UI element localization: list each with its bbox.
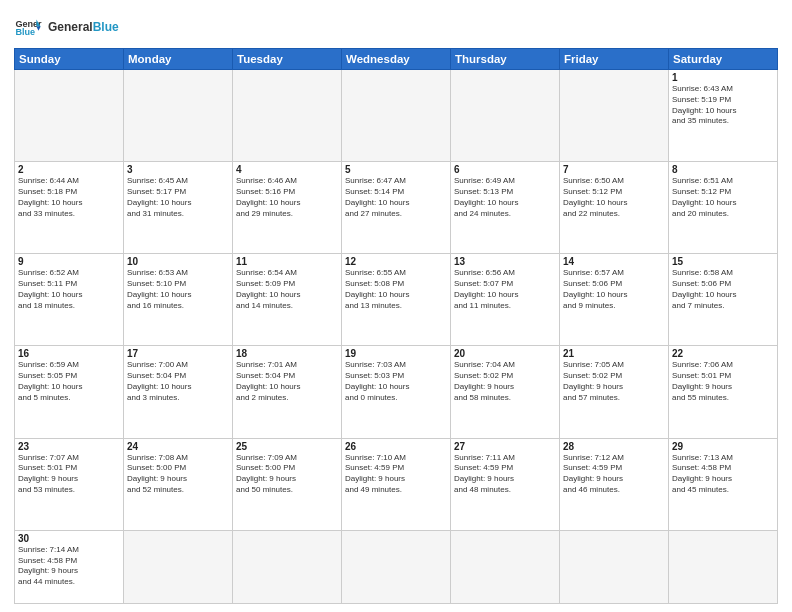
header: General Blue GeneralBlue <box>14 10 778 42</box>
day-number: 26 <box>345 441 447 452</box>
day-info: Sunrise: 6:44 AM Sunset: 5:18 PM Dayligh… <box>18 176 120 219</box>
calendar-week-row: 16Sunrise: 6:59 AM Sunset: 5:05 PM Dayli… <box>15 346 778 438</box>
calendar-cell <box>560 70 669 162</box>
calendar-cell: 11Sunrise: 6:54 AM Sunset: 5:09 PM Dayli… <box>233 254 342 346</box>
day-info: Sunrise: 6:46 AM Sunset: 5:16 PM Dayligh… <box>236 176 338 219</box>
day-info: Sunrise: 6:49 AM Sunset: 5:13 PM Dayligh… <box>454 176 556 219</box>
calendar-cell: 1Sunrise: 6:43 AM Sunset: 5:19 PM Daylig… <box>669 70 778 162</box>
day-number: 1 <box>672 72 774 83</box>
day-number: 25 <box>236 441 338 452</box>
weekday-header-sunday: Sunday <box>15 49 124 70</box>
calendar-week-row: 30Sunrise: 7:14 AM Sunset: 4:58 PM Dayli… <box>15 530 778 603</box>
day-number: 17 <box>127 348 229 359</box>
calendar-cell: 4Sunrise: 6:46 AM Sunset: 5:16 PM Daylig… <box>233 162 342 254</box>
day-number: 19 <box>345 348 447 359</box>
calendar-cell: 2Sunrise: 6:44 AM Sunset: 5:18 PM Daylig… <box>15 162 124 254</box>
weekday-header-friday: Friday <box>560 49 669 70</box>
day-number: 3 <box>127 164 229 175</box>
day-info: Sunrise: 6:55 AM Sunset: 5:08 PM Dayligh… <box>345 268 447 311</box>
day-number: 27 <box>454 441 556 452</box>
calendar-cell: 26Sunrise: 7:10 AM Sunset: 4:59 PM Dayli… <box>342 438 451 530</box>
day-number: 2 <box>18 164 120 175</box>
day-info: Sunrise: 7:04 AM Sunset: 5:02 PM Dayligh… <box>454 360 556 403</box>
calendar-cell <box>15 70 124 162</box>
day-info: Sunrise: 6:50 AM Sunset: 5:12 PM Dayligh… <box>563 176 665 219</box>
calendar-cell: 21Sunrise: 7:05 AM Sunset: 5:02 PM Dayli… <box>560 346 669 438</box>
day-number: 15 <box>672 256 774 267</box>
day-number: 14 <box>563 256 665 267</box>
calendar-cell: 24Sunrise: 7:08 AM Sunset: 5:00 PM Dayli… <box>124 438 233 530</box>
day-info: Sunrise: 7:00 AM Sunset: 5:04 PM Dayligh… <box>127 360 229 403</box>
calendar-body: 1Sunrise: 6:43 AM Sunset: 5:19 PM Daylig… <box>15 70 778 604</box>
day-info: Sunrise: 7:06 AM Sunset: 5:01 PM Dayligh… <box>672 360 774 403</box>
day-info: Sunrise: 7:08 AM Sunset: 5:00 PM Dayligh… <box>127 453 229 496</box>
day-info: Sunrise: 6:53 AM Sunset: 5:10 PM Dayligh… <box>127 268 229 311</box>
day-number: 20 <box>454 348 556 359</box>
day-info: Sunrise: 7:14 AM Sunset: 4:58 PM Dayligh… <box>18 545 120 588</box>
day-number: 21 <box>563 348 665 359</box>
logo: General Blue GeneralBlue <box>14 14 119 42</box>
day-info: Sunrise: 7:03 AM Sunset: 5:03 PM Dayligh… <box>345 360 447 403</box>
calendar-header-row: SundayMondayTuesdayWednesdayThursdayFrid… <box>15 49 778 70</box>
calendar-cell: 8Sunrise: 6:51 AM Sunset: 5:12 PM Daylig… <box>669 162 778 254</box>
calendar-cell: 10Sunrise: 6:53 AM Sunset: 5:10 PM Dayli… <box>124 254 233 346</box>
day-info: Sunrise: 6:57 AM Sunset: 5:06 PM Dayligh… <box>563 268 665 311</box>
weekday-header-saturday: Saturday <box>669 49 778 70</box>
day-number: 5 <box>345 164 447 175</box>
calendar-cell: 23Sunrise: 7:07 AM Sunset: 5:01 PM Dayli… <box>15 438 124 530</box>
day-number: 29 <box>672 441 774 452</box>
day-info: Sunrise: 7:05 AM Sunset: 5:02 PM Dayligh… <box>563 360 665 403</box>
calendar-cell: 20Sunrise: 7:04 AM Sunset: 5:02 PM Dayli… <box>451 346 560 438</box>
day-number: 18 <box>236 348 338 359</box>
day-info: Sunrise: 7:07 AM Sunset: 5:01 PM Dayligh… <box>18 453 120 496</box>
day-info: Sunrise: 6:54 AM Sunset: 5:09 PM Dayligh… <box>236 268 338 311</box>
calendar-cell: 25Sunrise: 7:09 AM Sunset: 5:00 PM Dayli… <box>233 438 342 530</box>
calendar-cell: 29Sunrise: 7:13 AM Sunset: 4:58 PM Dayli… <box>669 438 778 530</box>
calendar-cell: 27Sunrise: 7:11 AM Sunset: 4:59 PM Dayli… <box>451 438 560 530</box>
day-number: 23 <box>18 441 120 452</box>
weekday-header-thursday: Thursday <box>451 49 560 70</box>
calendar-week-row: 2Sunrise: 6:44 AM Sunset: 5:18 PM Daylig… <box>15 162 778 254</box>
day-info: Sunrise: 6:45 AM Sunset: 5:17 PM Dayligh… <box>127 176 229 219</box>
calendar-cell <box>560 530 669 603</box>
day-info: Sunrise: 6:43 AM Sunset: 5:19 PM Dayligh… <box>672 84 774 127</box>
calendar-cell: 12Sunrise: 6:55 AM Sunset: 5:08 PM Dayli… <box>342 254 451 346</box>
day-info: Sunrise: 6:58 AM Sunset: 5:06 PM Dayligh… <box>672 268 774 311</box>
calendar-cell <box>342 70 451 162</box>
calendar-week-row: 9Sunrise: 6:52 AM Sunset: 5:11 PM Daylig… <box>15 254 778 346</box>
page: General Blue GeneralBlue SundayMondayTue… <box>0 0 792 612</box>
calendar-cell: 14Sunrise: 6:57 AM Sunset: 5:06 PM Dayli… <box>560 254 669 346</box>
day-info: Sunrise: 6:47 AM Sunset: 5:14 PM Dayligh… <box>345 176 447 219</box>
day-info: Sunrise: 7:13 AM Sunset: 4:58 PM Dayligh… <box>672 453 774 496</box>
logo-icon: General Blue <box>14 14 42 42</box>
day-number: 22 <box>672 348 774 359</box>
day-info: Sunrise: 7:01 AM Sunset: 5:04 PM Dayligh… <box>236 360 338 403</box>
calendar-cell <box>451 70 560 162</box>
calendar-cell: 5Sunrise: 6:47 AM Sunset: 5:14 PM Daylig… <box>342 162 451 254</box>
day-number: 12 <box>345 256 447 267</box>
day-info: Sunrise: 7:10 AM Sunset: 4:59 PM Dayligh… <box>345 453 447 496</box>
calendar-cell <box>233 70 342 162</box>
calendar-cell <box>342 530 451 603</box>
calendar-cell: 17Sunrise: 7:00 AM Sunset: 5:04 PM Dayli… <box>124 346 233 438</box>
calendar-cell <box>124 530 233 603</box>
calendar-cell <box>451 530 560 603</box>
day-number: 11 <box>236 256 338 267</box>
calendar-cell: 13Sunrise: 6:56 AM Sunset: 5:07 PM Dayli… <box>451 254 560 346</box>
day-info: Sunrise: 7:12 AM Sunset: 4:59 PM Dayligh… <box>563 453 665 496</box>
day-info: Sunrise: 6:59 AM Sunset: 5:05 PM Dayligh… <box>18 360 120 403</box>
day-number: 7 <box>563 164 665 175</box>
calendar-cell <box>124 70 233 162</box>
calendar-cell: 19Sunrise: 7:03 AM Sunset: 5:03 PM Dayli… <box>342 346 451 438</box>
day-info: Sunrise: 6:51 AM Sunset: 5:12 PM Dayligh… <box>672 176 774 219</box>
weekday-header-wednesday: Wednesday <box>342 49 451 70</box>
weekday-header-monday: Monday <box>124 49 233 70</box>
day-number: 10 <box>127 256 229 267</box>
day-info: Sunrise: 6:56 AM Sunset: 5:07 PM Dayligh… <box>454 268 556 311</box>
day-info: Sunrise: 6:52 AM Sunset: 5:11 PM Dayligh… <box>18 268 120 311</box>
day-number: 28 <box>563 441 665 452</box>
day-number: 16 <box>18 348 120 359</box>
calendar-cell: 22Sunrise: 7:06 AM Sunset: 5:01 PM Dayli… <box>669 346 778 438</box>
calendar-cell: 15Sunrise: 6:58 AM Sunset: 5:06 PM Dayli… <box>669 254 778 346</box>
calendar-cell: 16Sunrise: 6:59 AM Sunset: 5:05 PM Dayli… <box>15 346 124 438</box>
